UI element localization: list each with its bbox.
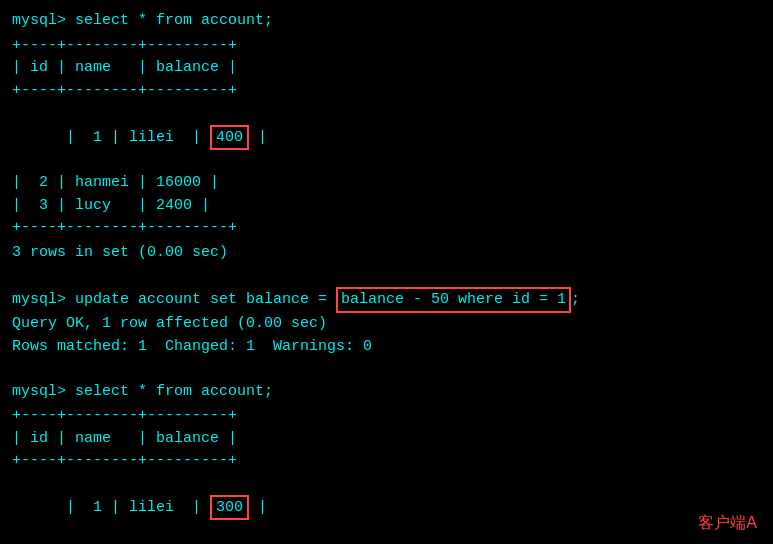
prompt-3: mysql> (12, 381, 75, 404)
separator-mid-1: +----+--------+---------+ (12, 80, 761, 103)
row3-balance-1: 2400 (156, 197, 192, 214)
rowcount-text-1: 3 rows in set (0.00 sec) (12, 242, 228, 265)
table-row-2-1: | 2 | hanmei | 16000 | (12, 172, 761, 195)
table-header-1: | id | name | balance | (12, 57, 761, 80)
row1-end-2: | (249, 499, 267, 516)
row1-balance-highlight-1: 400 (210, 125, 249, 150)
separator-top-2: +----+--------+---------+ (12, 405, 761, 428)
update-end: ; (571, 289, 580, 312)
update-highlight: balance - 50 where id = 1 (336, 287, 571, 314)
row1-end-1: | (249, 129, 267, 146)
separator-bot-1: +----+--------+---------+ (12, 217, 761, 240)
corner-label: 客户端A (698, 513, 757, 534)
rowcount-1: 3 rows in set (0.00 sec) (12, 242, 761, 265)
terminal: mysql> select * from account; +----+----… (0, 0, 773, 544)
prompt-1: mysql> (12, 10, 75, 33)
query-ok-text: Query OK, 1 row affected (0.00 sec) (12, 313, 327, 336)
prompt-2: mysql> (12, 289, 75, 312)
select-statement-2: mysql> select * from account; (12, 381, 761, 404)
table-header-2: | id | name | balance | (12, 428, 761, 451)
update-pre: update account set balance = (75, 289, 336, 312)
table-row-3-1: | 3 | lucy | 2400 | (12, 195, 761, 218)
blank-2 (12, 358, 761, 381)
select-statement-1: mysql> select * from account; (12, 10, 761, 33)
row1-id-2: | 1 | lilei | (66, 499, 210, 516)
rows-matched-text: Rows matched: 1 Changed: 1 Warnings: 0 (12, 336, 372, 359)
separator-top-1: +----+--------+---------+ (12, 35, 761, 58)
table-row-1-2: | 1 | lilei | 300 | (12, 473, 761, 543)
rows-matched: Rows matched: 1 Changed: 1 Warnings: 0 (12, 336, 761, 359)
row1-balance-highlight-2: 300 (210, 495, 249, 520)
table-row-1-1: | 1 | lilei | 400 | (12, 102, 761, 172)
query-ok: Query OK, 1 row affected (0.00 sec) (12, 313, 761, 336)
select-sql-1: select * from account; (75, 10, 273, 33)
separator-mid-2: +----+--------+---------+ (12, 450, 761, 473)
update-statement: mysql> update account set balance = bala… (12, 287, 761, 314)
blank-1 (12, 264, 761, 287)
table-1: +----+--------+---------+ | id | name | … (12, 35, 761, 240)
select-sql-2: select * from account; (75, 381, 273, 404)
row1-id-1: | 1 | lilei | (66, 129, 210, 146)
table-2: +----+--------+---------+ | id | name | … (12, 405, 761, 544)
row2-balance-1: 16000 (156, 174, 201, 191)
